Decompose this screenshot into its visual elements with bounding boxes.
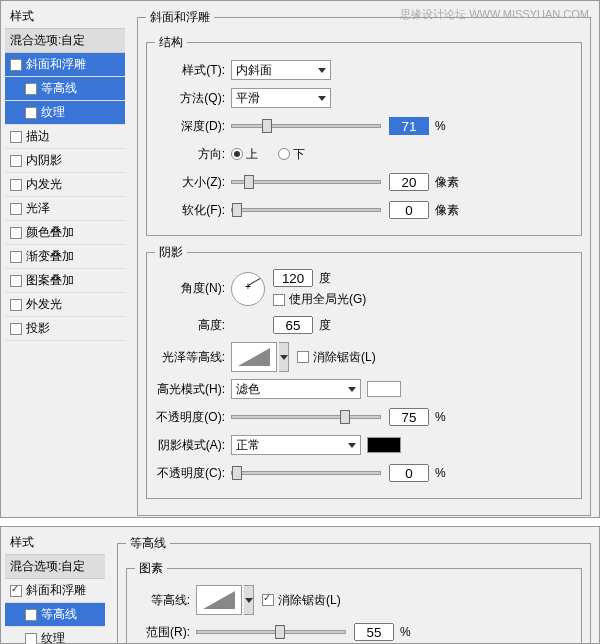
gloss-contour-label: 光泽等高线:	[155, 349, 225, 366]
chevron-down-icon	[280, 355, 288, 360]
elements-legend: 图素	[135, 560, 167, 577]
style-checkbox[interactable]	[25, 83, 37, 95]
contour-dropdown-arrow-2[interactable]	[244, 585, 254, 615]
style-item-label: 纹理	[41, 630, 65, 644]
size-input[interactable]	[389, 173, 429, 191]
soften-unit: 像素	[435, 202, 459, 219]
style-checkbox[interactable]	[25, 107, 37, 119]
highlight-opacity-label: 不透明度(O):	[155, 409, 225, 426]
shadow-opacity-slider[interactable]	[231, 471, 381, 475]
soften-slider[interactable]	[231, 208, 381, 212]
style-checkbox[interactable]	[25, 633, 37, 645]
style-checkbox[interactable]	[10, 227, 22, 239]
method-dropdown[interactable]: 平滑	[231, 88, 331, 108]
style-item[interactable]: 斜面和浮雕	[5, 53, 125, 77]
up-label: 上	[246, 146, 258, 163]
style-checkbox[interactable]	[10, 585, 22, 597]
shadow-color-swatch[interactable]	[367, 437, 401, 453]
highlight-mode-dropdown[interactable]: 滤色	[231, 379, 361, 399]
style-item[interactable]: 投影	[5, 317, 125, 341]
style-checkbox[interactable]	[10, 179, 22, 191]
style-checkbox[interactable]	[10, 323, 22, 335]
angle-unit: 度	[319, 270, 331, 287]
style-item-label: 纹理	[41, 104, 65, 121]
depth-input[interactable]	[389, 117, 429, 135]
style-item-label: 颜色叠加	[26, 224, 74, 241]
style-item-label: 外发光	[26, 296, 62, 313]
style-item[interactable]: 描边	[5, 125, 125, 149]
style-checkbox[interactable]	[10, 299, 22, 311]
range-input[interactable]	[354, 623, 394, 641]
range-unit: %	[400, 625, 411, 639]
contour-dropdown-arrow[interactable]	[279, 342, 289, 372]
contour-picker[interactable]	[196, 585, 242, 615]
altitude-input[interactable]	[273, 316, 313, 334]
style-item-label: 斜面和浮雕	[26, 56, 86, 73]
style-label: 样式(T):	[155, 62, 225, 79]
chevron-down-icon	[318, 68, 326, 73]
structure-legend: 结构	[155, 34, 187, 51]
direction-up-radio[interactable]	[231, 148, 243, 160]
range-label: 范围(R):	[135, 624, 190, 641]
style-item[interactable]: 渐变叠加	[5, 245, 125, 269]
style-item[interactable]: 颜色叠加	[5, 221, 125, 245]
style-item[interactable]: 外发光	[5, 293, 125, 317]
highlight-color-swatch[interactable]	[367, 381, 401, 397]
shadow-mode-label: 阴影模式(A):	[155, 437, 225, 454]
style-checkbox[interactable]	[10, 203, 22, 215]
style-checkbox[interactable]	[10, 155, 22, 167]
blend-options-2[interactable]: 混合选项:自定	[5, 555, 105, 579]
method-label: 方法(Q):	[155, 90, 225, 107]
angle-input[interactable]	[273, 269, 313, 287]
shading-group: 阴影 角度(N): 度 使用全局光(G)	[146, 244, 582, 499]
style-checkbox[interactable]	[10, 59, 22, 71]
style-item[interactable]: 内发光	[5, 173, 125, 197]
angle-dial[interactable]	[231, 272, 265, 306]
direction-down-radio[interactable]	[278, 148, 290, 160]
chevron-down-icon	[245, 598, 253, 603]
shadow-opacity-input[interactable]	[389, 464, 429, 482]
style-item[interactable]: 纹理	[5, 627, 105, 644]
style-item[interactable]: 等高线	[5, 77, 125, 101]
range-slider[interactable]	[196, 630, 346, 634]
antialias-label-2: 消除锯齿(L)	[278, 592, 341, 609]
style-checkbox[interactable]	[10, 131, 22, 143]
styles-header: 样式	[5, 5, 125, 29]
svg-marker-0	[238, 348, 270, 366]
style-item[interactable]: 斜面和浮雕	[5, 579, 105, 603]
gloss-contour-picker[interactable]	[231, 342, 277, 372]
style-checkbox[interactable]	[25, 609, 37, 621]
angle-label: 角度(N):	[155, 280, 225, 297]
style-item[interactable]: 内阴影	[5, 149, 125, 173]
antialias-checkbox[interactable]	[297, 351, 309, 363]
style-item[interactable]: 光泽	[5, 197, 125, 221]
contour-group: 等高线 图素 等高线: 消除锯齿(L) 范围(R): %	[117, 535, 591, 644]
style-checkbox[interactable]	[10, 251, 22, 263]
soften-label: 软化(F):	[155, 202, 225, 219]
antialias-checkbox-2[interactable]	[262, 594, 274, 606]
depth-slider[interactable]	[231, 124, 381, 128]
style-item[interactable]: 等高线	[5, 603, 105, 627]
style-item-label: 图案叠加	[26, 272, 74, 289]
bevel-emboss-group: 斜面和浮雕 结构 样式(T): 内斜面 方法(Q): 平滑 深度(D): %	[137, 9, 591, 516]
style-item-label: 等高线	[41, 80, 77, 97]
method-value: 平滑	[236, 90, 260, 107]
size-slider[interactable]	[231, 180, 381, 184]
global-light-checkbox[interactable]	[273, 294, 285, 306]
blend-options[interactable]: 混合选项:自定	[5, 29, 125, 53]
style-item[interactable]: 图案叠加	[5, 269, 125, 293]
highlight-opacity-input[interactable]	[389, 408, 429, 426]
style-item[interactable]: 纹理	[5, 101, 125, 125]
style-checkbox[interactable]	[10, 275, 22, 287]
altitude-label: 高度:	[155, 317, 225, 334]
down-label: 下	[293, 146, 305, 163]
soften-input[interactable]	[389, 201, 429, 219]
highlight-opacity-slider[interactable]	[231, 415, 381, 419]
styles-sidebar: 样式 混合选项:自定 斜面和浮雕等高线纹理描边内阴影内发光光泽颜色叠加渐变叠加图…	[5, 5, 125, 341]
style-dropdown[interactable]: 内斜面	[231, 60, 331, 80]
shadow-mode-dropdown[interactable]: 正常	[231, 435, 361, 455]
antialias-label: 消除锯齿(L)	[313, 349, 376, 366]
style-item-label: 内阴影	[26, 152, 62, 169]
svg-marker-1	[203, 591, 235, 609]
style-item-label: 内发光	[26, 176, 62, 193]
